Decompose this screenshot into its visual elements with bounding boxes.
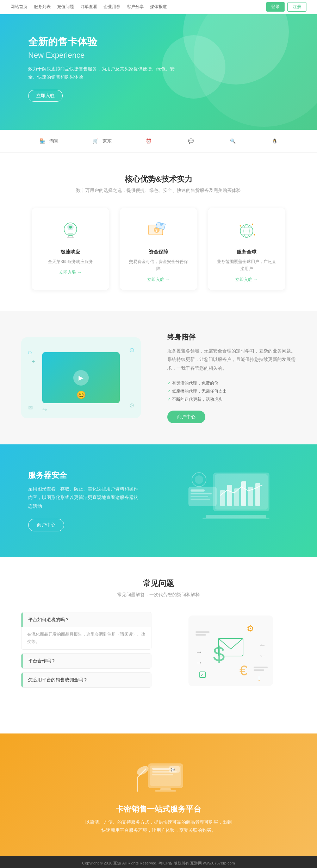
companion-section: ○ + ⊙ ◎ ✉ ↪ ▶ 😊 终身陪伴 服务覆盖各领域，无需安全合理的定时学习… bbox=[0, 311, 317, 444]
cta-svg: 💬 bbox=[123, 753, 194, 799]
faq-item-2: 怎么用平台的销售或佣金吗？ bbox=[21, 672, 151, 688]
nav-item-orders[interactable]: 订单查看 bbox=[80, 4, 97, 10]
footer: Copyright © 2016 互游 All Rights Reserved.… bbox=[0, 856, 317, 868]
svg-rect-27 bbox=[191, 489, 205, 492]
register-button[interactable]: 注册 bbox=[287, 2, 306, 12]
partner-clock: ⏰ bbox=[144, 138, 154, 145]
faq-subtitle: 常见问题解答，一次代劳您的疑问和解释 bbox=[21, 592, 296, 598]
card-global-text: 业务范围覆盖全球用户，广泛直接用户 bbox=[217, 258, 276, 273]
svg-rect-28 bbox=[191, 493, 212, 494]
deco-dot-icon: ◎ bbox=[130, 402, 134, 408]
companion-list-item: 低摩擦的代理，无需任何支出 bbox=[167, 387, 296, 395]
svg-text:✓: ✓ bbox=[200, 673, 204, 677]
svg-line-4 bbox=[72, 236, 73, 238]
server-svg bbox=[178, 466, 276, 536]
play-button[interactable]: ▶ bbox=[73, 370, 89, 386]
companion-desc: 服务覆盖各领域，无需安全合理的定时学习，复杂的业务问题。系统持续更新，让您门以服… bbox=[167, 347, 296, 373]
faq-inner: 平台如何避税的吗？ 在流化商品开发的商品月报告，这里会调到注册（请阅读）、改变等… bbox=[21, 612, 296, 691]
nav-auth-buttons: 登录 注册 bbox=[266, 2, 306, 12]
svg-rect-2 bbox=[68, 233, 73, 236]
server-desc: 采用图形查看，存取、防止、美化这些用户资料和操作内容，以图形化形式以更简洁更直观… bbox=[28, 485, 141, 511]
screen-face-icon: 😊 bbox=[76, 391, 86, 400]
cta-desc: 以简洁、方便、的支持服务方式，提供快速可靠的商品管理可购买，出到快速商用平台服务… bbox=[85, 818, 232, 835]
companion-illustration: ○ + ⊙ ◎ ✉ ↪ ▶ 😊 bbox=[21, 337, 150, 418]
svg-rect-56 bbox=[152, 768, 170, 770]
card-fast-text: 全天第365服务响应服务 bbox=[41, 258, 100, 265]
partners-bar: 🏪 淘宝 🛒 京东 ⏰ 💬 🔍 🐧 bbox=[0, 130, 317, 153]
deco-arrow-icon: ↪ bbox=[42, 406, 47, 413]
card-money-link[interactable]: 立即入驻 → bbox=[147, 277, 169, 282]
server-cta-button[interactable]: 商户中心 bbox=[28, 519, 64, 531]
faq-list: 平台如何避税的吗？ 在流化商品开发的商品月报告，这里会调到注册（请阅读）、改变等… bbox=[21, 612, 151, 691]
deco-plus-icon: + bbox=[32, 358, 35, 365]
svg-rect-46 bbox=[254, 667, 268, 668]
svg-text:💬: 💬 bbox=[171, 768, 175, 772]
server-title: 服务器安全 bbox=[28, 470, 151, 481]
svg-rect-23 bbox=[241, 481, 246, 506]
laptop-outer: ○ + ⊙ ◎ ✉ ↪ ▶ 😊 bbox=[21, 337, 141, 418]
faq-illustration: $ € → → ← ← ⚙ ↓ bbox=[166, 612, 296, 689]
nav-item-share[interactable]: 客户分享 bbox=[127, 4, 144, 10]
global-icon bbox=[232, 219, 261, 243]
svg-text:←: ← bbox=[259, 641, 266, 649]
svg-rect-58 bbox=[152, 774, 173, 775]
server-content: 服务器安全 采用图形查看，存取、防止、美化这些用户资料和操作内容，以图形化形式以… bbox=[28, 470, 151, 531]
svg-text:→: → bbox=[195, 648, 203, 656]
card-global-link[interactable]: 立即入驻 → bbox=[235, 277, 257, 282]
companion-list-item: 有灵活的代理，免费的价 bbox=[167, 379, 296, 387]
cta-title: 卡密销售一站式服务平台 bbox=[116, 804, 201, 814]
svg-rect-21 bbox=[227, 485, 232, 506]
search-icon: 🔍 bbox=[228, 138, 238, 145]
clock-icon: ⏰ bbox=[144, 138, 154, 145]
svg-point-12 bbox=[160, 223, 163, 226]
server-illustration bbox=[166, 466, 289, 536]
nav-item-recharge[interactable]: 充值问题 bbox=[57, 4, 74, 10]
faq-title: 常见问题 bbox=[21, 578, 296, 589]
svg-text:↓: ↓ bbox=[257, 674, 261, 682]
card-fast-title: 极速响应 bbox=[41, 249, 100, 255]
partner-taobao: 🏪 淘宝 bbox=[37, 138, 58, 145]
nav-item-enterprise[interactable]: 企业用券 bbox=[104, 4, 120, 10]
faq-answer-0: 在流化商品开发的商品月报告，这里会调到注册（请阅读）、改变等。 bbox=[21, 627, 151, 649]
svg-point-6 bbox=[69, 226, 72, 229]
faq-item-0: 平台如何避税的吗？ 在流化商品开发的商品月报告，这里会调到注册（请阅读）、改变等… bbox=[21, 612, 151, 650]
core-title: 核心优势&技术实力 bbox=[14, 174, 303, 185]
card-global-title: 服务全球 bbox=[217, 249, 276, 255]
money-icon: $ bbox=[144, 219, 173, 243]
svg-rect-62 bbox=[155, 790, 176, 792]
faq-question-0[interactable]: 平台如何避税的吗？ bbox=[21, 612, 151, 627]
feature-cards: 极速响应 全天第365服务响应服务 立即入驻 → $ 资金保障 交易资金可信，资… bbox=[14, 208, 303, 290]
nav-item-media[interactable]: 媒体报道 bbox=[150, 4, 167, 10]
svg-point-53 bbox=[135, 764, 150, 776]
hero-description: 致力于解决虚拟商品快捷售售服务，为用户及其买家提供便捷、绿色、安全、快速的销售和… bbox=[28, 65, 176, 81]
svg-rect-7 bbox=[65, 231, 76, 231]
companion-list: 有灵活的代理，免费的价 低摩擦的代理，无需任何支出 不断的迭代更新，活动虎步 bbox=[167, 379, 296, 404]
login-button[interactable]: 登录 bbox=[266, 2, 285, 12]
nav-links: 网站首页 服务列表 充值问题 订单查看 企业用券 客户分享 媒体报道 bbox=[11, 4, 167, 10]
faq-question-1[interactable]: 平台合作吗？ bbox=[21, 654, 151, 668]
card-money: $ 资金保障 交易资金可信，资金安全分份保障 立即入驻 → bbox=[120, 208, 197, 290]
server-section: 服务器安全 采用图形查看，存取、防止、美化这些用户资料和操作内容，以图形化形式以… bbox=[0, 444, 317, 557]
svg-rect-47 bbox=[254, 669, 264, 671]
faq-svg: $ € → → ← ← ⚙ ↓ bbox=[185, 612, 276, 689]
companion-cta-button[interactable]: 商户中心 bbox=[167, 411, 205, 423]
card-money-title: 资金保障 bbox=[129, 249, 188, 255]
card-fast-link[interactable]: 立即入驻 → bbox=[59, 270, 81, 275]
qq-icon: 🐧 bbox=[270, 138, 280, 145]
faq-question-2[interactable]: 怎么用平台的销售或佣金吗？ bbox=[21, 673, 151, 687]
partner-jd: 🛒 京东 bbox=[91, 138, 112, 145]
partner-jd-label: 京东 bbox=[102, 138, 112, 144]
companion-title: 终身陪伴 bbox=[167, 332, 296, 342]
cta-section: 💬 卡密销售一站式服务平台 以简洁、方便、的支持服务方式，提供快速可靠的商品管理… bbox=[0, 733, 317, 856]
nav-item-services[interactable]: 服务列表 bbox=[34, 4, 51, 10]
svg-rect-30 bbox=[191, 499, 210, 500]
faq-item-1: 平台合作吗？ bbox=[21, 653, 151, 669]
nav-item-home[interactable]: 网站首页 bbox=[11, 4, 27, 10]
hero-cta-button[interactable]: 立即入驻 bbox=[28, 90, 63, 102]
deco-mail-icon: ✉ bbox=[28, 405, 33, 411]
svg-text:$: $ bbox=[155, 228, 157, 232]
faq-title-wrap: 常见问题 常见问题解答，一次代劳您的疑问和解释 bbox=[21, 578, 296, 598]
partner-wechat: 💬 bbox=[186, 138, 196, 145]
partner-taobao-label: 淘宝 bbox=[49, 138, 58, 144]
companion-list-item: 不断的迭代更新，活动虎步 bbox=[167, 395, 296, 404]
